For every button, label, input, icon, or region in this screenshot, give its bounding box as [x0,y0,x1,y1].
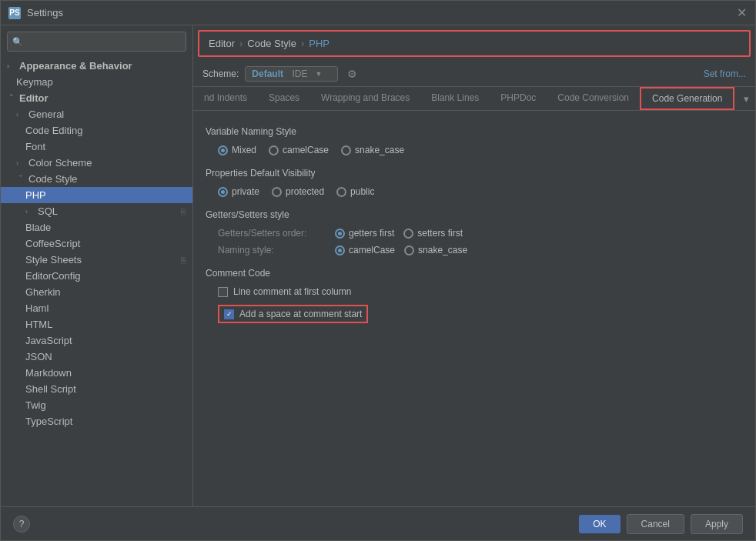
radio-label: protected [286,186,324,197]
radio-camelcase[interactable]: camelCase [269,145,329,155]
search-input[interactable] [27,36,181,47]
space-comment-checkbox[interactable] [224,309,234,319]
tab-code-generation[interactable]: Code Generation [640,87,734,110]
sidebar-item-label: Editor [19,92,49,104]
radio-naming-camelcase[interactable]: camelCase [335,245,395,255]
radio-public[interactable]: public [336,186,374,197]
radio-setters-first[interactable]: setters first [403,228,463,239]
space-comment-row[interactable]: Add a space at comment start [218,305,368,323]
sidebar-item-label: Shell Script [25,383,76,395]
radio-private[interactable]: private [218,186,259,197]
arrow-icon: › [16,111,25,119]
search-icon: 🔍 [12,37,23,47]
getters-order-row: Getters/Setters order: getters first set… [218,228,743,239]
sidebar-item-label: CoffeeScript [25,238,80,249]
radio-protected[interactable]: protected [272,186,324,197]
sidebar-item-javascript[interactable]: JavaScript [1,332,192,349]
comment-code-title: Comment Code [206,268,743,279]
radio-icon [269,145,279,155]
sidebar-item-haml[interactable]: Haml [1,300,192,316]
radio-icon [335,245,345,255]
sidebar-item-label: SQL [38,205,58,217]
radio-naming-snake-case[interactable]: snake_case [404,245,467,255]
settings-dialog: PS Settings ✕ 🔍 › Appearance & Behavior … [0,0,756,541]
sidebar-item-php[interactable]: PHP [1,187,192,203]
radio-icon [341,145,351,155]
radio-getters-first[interactable]: getters first [335,228,394,239]
sidebar-item-editor[interactable]: › Editor [1,90,192,106]
sidebar-item-twig[interactable]: Twig [1,397,192,413]
tab-indents[interactable]: nd Indents [193,88,258,109]
sidebar-item-typescript[interactable]: TypeScript [1,413,192,429]
sidebar-item-label: Code Style [28,173,78,185]
tab-blank-lines[interactable]: Blank Lines [420,88,490,109]
sidebar-item-label: JSON [25,351,52,362]
set-from-link[interactable]: Set from... [704,68,746,79]
sidebar-item-label: PHP [25,189,46,201]
tab-spaces[interactable]: Spaces [258,88,310,109]
getters-setters-section: Getters/Setters style Getters/Setters or… [206,209,743,255]
sidebar-item-label: Gherkin [25,286,61,298]
sidebar-item-label: Markdown [25,367,72,379]
breadcrumb-sep-2: › [301,38,304,49]
sidebar-item-keymap[interactable]: Keymap [1,74,192,90]
line-comment-row[interactable]: Line comment at first column [218,286,743,297]
radio-icon [218,145,228,155]
app-icon: PS [8,7,21,19]
tab-more-button[interactable]: ▾ [738,88,755,109]
sidebar-item-json[interactable]: JSON [1,349,192,365]
sidebar-item-editorconfig[interactable]: EditorConfig [1,268,192,284]
ok-button[interactable]: OK [579,515,620,533]
sidebar-item-appearance[interactable]: › Appearance & Behavior [1,58,192,74]
gear-icon[interactable]: ⚙ [347,68,357,80]
radio-label: private [232,186,259,197]
apply-button[interactable]: Apply [691,514,743,534]
sidebar-item-label: Code Editing [25,125,82,136]
tab-code-conversion[interactable]: Code Conversion [547,88,640,109]
sidebar-item-coffeescript[interactable]: CoffeeScript [1,235,192,252]
sidebar-item-label: Color Scheme [28,157,92,169]
search-box[interactable]: 🔍 [7,32,186,52]
getters-setters-title: Getters/Setters style [206,209,743,220]
sidebar-item-label: TypeScript [25,416,72,427]
sidebar-item-label: Twig [25,399,46,411]
properties-title: Properties Default Visibility [206,168,743,179]
line-comment-label: Line comment at first column [233,286,351,297]
sidebar-item-code-editing[interactable]: Code Editing [1,122,192,139]
radio-label: setters first [417,228,463,239]
sidebar-item-font[interactable]: Font [1,139,192,155]
naming-style-row: Naming style: camelCase snake_case [218,245,743,255]
sidebar-item-gherkin[interactable]: Gherkin [1,284,192,300]
properties-visibility-section: Properties Default Visibility private pr… [206,168,743,197]
help-button[interactable]: ? [13,516,30,533]
line-comment-checkbox[interactable] [218,287,228,297]
sidebar-item-html[interactable]: HTML [1,316,192,332]
tabs-row: nd Indents Spaces Wrapping and Braces Bl… [193,87,755,111]
sidebar-item-style-sheets[interactable]: Style Sheets ⎘ [1,252,192,268]
radio-mixed[interactable]: Mixed [218,145,256,155]
sidebar-item-code-style[interactable]: › Code Style [1,171,192,187]
sidebar-item-general[interactable]: › General [1,106,192,122]
close-button[interactable]: ✕ [735,7,748,19]
copy-icon: ⎘ [181,207,186,216]
cancel-button[interactable]: Cancel [627,514,684,534]
sidebar-item-sql[interactable]: › SQL ⎘ [1,203,192,219]
tab-wrapping[interactable]: Wrapping and Braces [310,88,420,109]
radio-snake-case[interactable]: snake_case [341,145,404,155]
scheme-select[interactable]: Default IDE ▼ [245,66,338,82]
panel-content: Variable Naming Style Mixed camelCase [193,111,755,506]
sidebar-item-color-scheme[interactable]: › Color Scheme [1,155,192,171]
arrow-icon: › [16,159,25,167]
sidebar-item-blade[interactable]: Blade [1,219,192,235]
radio-icon [403,229,413,239]
dropdown-arrow-icon: ▼ [315,70,322,78]
tab-phpdoc[interactable]: PHPDoc [490,88,547,109]
radio-icon [336,187,346,197]
naming-style-label: Naming style: [218,245,326,255]
sidebar-item-shell-script[interactable]: Shell Script [1,381,192,397]
sidebar-item-markdown[interactable]: Markdown [1,365,192,381]
radio-icon [404,245,414,255]
sidebar-item-label: Keymap [16,76,53,88]
scheme-name: Default [252,68,283,79]
arrow-icon: › [25,208,35,215]
